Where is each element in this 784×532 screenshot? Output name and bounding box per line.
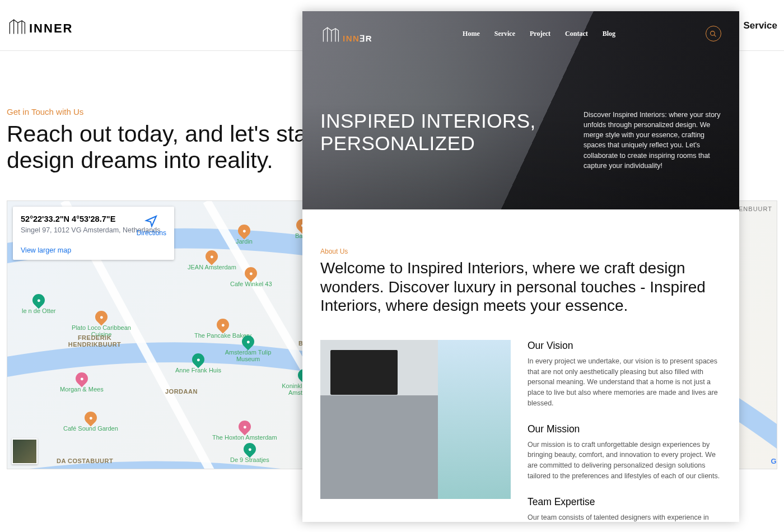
preview-panel: INNƎR Home Service Project Contact Blog … <box>302 11 739 522</box>
hero-nav-contact[interactable]: Contact <box>565 30 588 38</box>
map-poi[interactable]: JORDAAN <box>165 387 198 395</box>
map-poi[interactable]: ●le n de Otter <box>22 294 56 314</box>
map-poi[interactable]: ●Amsterdam Tulip Museum <box>214 335 282 362</box>
about-headline: Welcome to Inspired Interiors, where we … <box>320 259 721 315</box>
map-poi[interactable]: FREDERIK HENDRIKBUURT <box>61 333 128 348</box>
map-poi[interactable]: ●JEAN Amsterdam <box>188 250 236 270</box>
directions-label: Directions <box>137 229 166 237</box>
hero-nav-home[interactable]: Home <box>463 30 480 38</box>
hero-title: INSPIRED INTERIORS, PERSONALIZED <box>320 110 566 171</box>
search-button[interactable] <box>706 26 721 41</box>
about-block-body: Our mission is to craft unforgettable de… <box>528 440 721 482</box>
hero-brand-name: INNƎR <box>343 34 372 44</box>
about-block-title: Team Expertise <box>528 496 721 508</box>
map-poi[interactable]: ●De 9 Straatjes <box>230 443 269 463</box>
about-text: Our Vision In every project we undertake… <box>528 340 721 522</box>
about-image <box>320 340 511 499</box>
nav-service[interactable]: Service <box>744 20 778 31</box>
hero-nav: INNƎR Home Service Project Contact Blog <box>302 11 739 56</box>
about-block-body: In every project we undertake, our visio… <box>528 356 721 409</box>
map-info-card: 52°22'33.2"N 4°53'28.7"E Singel 97, 1012… <box>13 207 174 260</box>
brand-name: INNER <box>29 21 73 36</box>
about-block-body: Our team consists of talented designers … <box>528 512 721 522</box>
about-eyebrow: About Us <box>320 248 721 255</box>
map-poi[interactable]: ●Café Sound Garden <box>63 412 118 432</box>
directions-button[interactable]: Directions <box>137 214 166 237</box>
google-attribution: Goog <box>771 457 777 465</box>
map-poi[interactable]: DA COSTABUURT <box>57 456 113 464</box>
building-icon <box>320 24 340 44</box>
hero-nav-project[interactable]: Project <box>530 30 550 38</box>
hero-nav-blog[interactable]: Blog <box>603 30 615 38</box>
search-icon <box>710 30 717 38</box>
about-vision: Our Vision In every project we undertake… <box>528 340 721 409</box>
hero-nav-menu: Home Service Project Contact Blog <box>463 30 615 38</box>
about-team: Team Expertise Our team consists of tale… <box>528 496 721 522</box>
svg-point-0 <box>711 31 715 35</box>
hero-brand-logo[interactable]: INNƎR <box>320 24 372 44</box>
hero-nav-service[interactable]: Service <box>494 30 515 38</box>
view-larger-map-link[interactable]: View larger map <box>21 246 71 254</box>
map-poi[interactable]: ●Anne Frank Huis <box>175 353 221 374</box>
about-block-title: Our Vision <box>528 340 721 352</box>
directions-icon <box>144 214 158 228</box>
satellite-toggle[interactable] <box>12 438 38 464</box>
map-poi[interactable]: ●Morgan & Mees <box>60 372 104 393</box>
hero-section: INNƎR Home Service Project Contact Blog … <box>302 11 739 209</box>
brand-logo[interactable]: INNER <box>7 16 73 36</box>
about-section: About Us Welcome to Inspired Interiors, … <box>302 209 739 522</box>
about-mission: Our Mission Our mission is to craft unfo… <box>528 423 721 482</box>
about-block-title: Our Mission <box>528 423 721 435</box>
map-poi[interactable]: ●Cafe Winkel 43 <box>230 267 272 287</box>
map-poi[interactable]: ●The Hoxton Amsterdam <box>212 421 277 441</box>
map-poi[interactable]: ●Jardin <box>236 225 253 245</box>
hero-copy: Discover Inspired Interiors: where your … <box>584 110 721 171</box>
building-icon <box>7 16 27 36</box>
